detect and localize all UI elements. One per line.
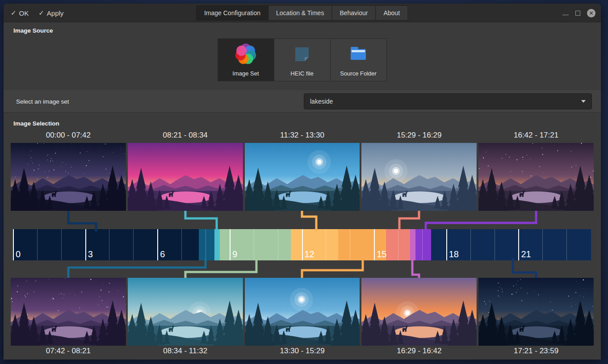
heic-file-button[interactable]: HEIC file — [274, 38, 331, 81]
top-wallpaper-thumbnail[interactable] — [128, 143, 243, 211]
connector-line — [302, 258, 363, 278]
maximize-icon[interactable] — [575, 11, 580, 16]
window-controls: ✕ — [562, 4, 595, 22]
image-set-combobox[interactable]: lakeside — [304, 93, 592, 109]
bottom-wallpaper-thumbnail[interactable] — [478, 278, 594, 346]
source-folder-icon — [348, 43, 369, 66]
connector-line — [185, 211, 217, 231]
timeline-hour-separator — [61, 229, 62, 260]
timeline-segment — [199, 229, 214, 260]
tab-behaviour[interactable]: Behaviour — [331, 5, 376, 21]
tab-image-configuration[interactable]: Image Configuration — [196, 5, 268, 21]
check-icon: ✓ — [11, 9, 17, 17]
image-set-select-label: Select an image set — [16, 90, 69, 113]
image-set-button[interactable]: Image Set — [218, 38, 274, 81]
timeline-hour-separator — [446, 229, 447, 260]
top-thumbnail-labels: 00:00 - 07:4208:21 - 08:3411:32 - 13:301… — [4, 131, 601, 142]
timeline-hour-separator — [109, 229, 109, 260]
connector-line — [426, 211, 536, 231]
bottom-time-label: 17:21 - 23:59 — [478, 347, 594, 357]
bottom-wallpaper-thumbnail[interactable] — [245, 278, 360, 346]
top-time-label: 08:21 - 08:34 — [128, 131, 243, 142]
bottom-time-label: 13:30 - 15:29 — [245, 347, 360, 357]
heic-file-label: HEIC file — [290, 70, 313, 77]
timeline-segment — [415, 229, 431, 260]
check-icon: ✓ — [38, 9, 44, 17]
connector-line — [412, 258, 419, 278]
connector-line — [302, 211, 316, 231]
timeline-hour-label: 18 — [449, 249, 459, 259]
timeline: 036912151821 — [13, 229, 591, 260]
timeline-segment — [410, 229, 415, 260]
bottom-wallpaper-thumbnail[interactable] — [11, 278, 126, 346]
image-set-icon — [235, 43, 256, 66]
app-window: ✓ OK ✓ Apply Image ConfigurationLocation… — [4, 4, 601, 360]
timeline-hour-separator — [278, 229, 278, 260]
timeline-hour-separator — [133, 229, 134, 260]
top-wallpaper-thumbnail[interactable] — [245, 143, 360, 211]
image-set-combobox-value: lakeside — [304, 98, 581, 105]
timeline-hour-label: 0 — [16, 249, 21, 259]
timeline-hour-separator — [374, 229, 375, 260]
bottom-wallpaper-thumbnail[interactable] — [128, 278, 243, 346]
apply-button-label: Apply — [47, 9, 64, 17]
timeline-hour-separator — [470, 229, 471, 260]
timeline-hour-separator — [518, 229, 519, 260]
timeline-hour-separator — [254, 229, 254, 260]
timeline-hour-separator — [422, 229, 423, 260]
top-wallpaper-thumbnail[interactable] — [478, 143, 594, 211]
timeline-hour-separator — [85, 229, 86, 260]
image-selection-title: Image Selection — [13, 120, 59, 127]
timeline-hour-label: 9 — [232, 249, 237, 259]
bottom-thumbnail-labels: 07:42 - 08:2108:34 - 11:3213:30 - 15:291… — [4, 347, 601, 357]
connector-line — [185, 258, 256, 278]
timeline-hour-label: 21 — [521, 249, 531, 259]
timeline-hour-label: 6 — [160, 249, 165, 259]
top-time-label: 11:32 - 13:30 — [245, 131, 360, 142]
connector-line — [399, 211, 419, 231]
top-wallpaper-thumbnail[interactable] — [11, 143, 126, 211]
timeline-hour-separator — [302, 229, 303, 260]
timeline-segment — [291, 229, 338, 260]
timeline-hour-separator — [566, 229, 567, 260]
connector-line — [68, 258, 205, 278]
minimize-icon[interactable] — [562, 15, 569, 15]
tab-bar: Image ConfigurationLocation & TimesBehav… — [197, 5, 408, 21]
timeline-hour-separator — [205, 229, 206, 260]
timeline-hour-label: 3 — [88, 249, 93, 259]
timeline-hour-separator — [495, 229, 495, 260]
bottom-time-label: 16:29 - 16:42 — [361, 347, 477, 357]
image-set-label: Image Set — [232, 70, 259, 77]
top-time-label: 15:29 - 16:29 — [361, 131, 477, 142]
heic-file-icon — [291, 43, 313, 66]
timeline-hour-label: 15 — [377, 249, 386, 259]
bottom-time-label: 08:34 - 11:32 — [128, 347, 243, 357]
top-time-label: 00:00 - 07:42 — [11, 131, 126, 142]
tab-location-times[interactable]: Location & Times — [268, 5, 332, 21]
header-bar: ✓ OK ✓ Apply Image ConfigurationLocation… — [4, 4, 601, 22]
timeline-hour-separator — [326, 229, 326, 260]
ok-button-label: OK — [19, 9, 29, 17]
timeline-hour-separator — [230, 229, 231, 260]
timeline-hour-separator — [181, 229, 182, 260]
top-time-label: 16:42 - 17:21 — [478, 131, 594, 142]
bottom-wallpaper-thumbnail[interactable] — [361, 278, 477, 346]
close-icon[interactable]: ✕ — [587, 9, 595, 17]
top-wallpaper-thumbnail[interactable] — [361, 143, 477, 211]
source-folder-button[interactable]: Source Folder — [330, 38, 387, 81]
apply-button[interactable]: ✓ Apply — [38, 9, 63, 17]
timeline-segment — [13, 229, 199, 260]
chevron-down-icon — [581, 100, 586, 103]
top-thumbnail-row — [4, 143, 601, 211]
bottom-time-label: 07:42 - 08:21 — [11, 347, 126, 357]
timeline-hour-separator — [13, 229, 14, 260]
connector-line — [513, 258, 536, 278]
source-folder-label: Source Folder — [340, 70, 377, 77]
desktop-background: ✓ OK ✓ Apply Image ConfigurationLocation… — [0, 0, 608, 364]
timeline-hour-label: 12 — [305, 249, 314, 259]
image-source-button-group: Image SetHEIC fileSource Folder — [218, 38, 387, 81]
tab-about[interactable]: About — [375, 5, 408, 21]
bottom-thumbnail-row — [4, 278, 601, 346]
ok-button[interactable]: ✓ OK — [11, 9, 29, 17]
timeline-hour-separator — [157, 229, 158, 260]
